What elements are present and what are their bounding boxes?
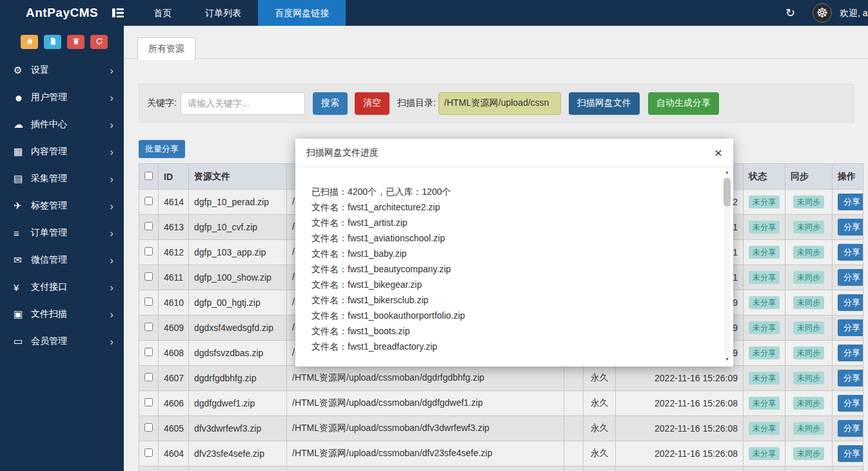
tab-all-resources[interactable]: 所有资源 <box>137 37 195 60</box>
document-icon: ▣ <box>14 308 31 320</box>
row-id: 4608 <box>159 341 189 366</box>
status-badge: 未分享 <box>749 271 780 284</box>
share-button[interactable]: 分享 <box>838 319 863 336</box>
row-valid: 永久 <box>584 366 616 391</box>
batch-share-button[interactable]: 批量分享 <box>139 140 185 158</box>
col-header-sync: 同步 <box>785 164 833 190</box>
menu-toggle-icon[interactable] <box>112 8 124 17</box>
row-checkbox[interactable] <box>144 197 153 205</box>
sync-badge: 未同步 <box>793 271 824 284</box>
share-button[interactable]: 分享 <box>838 395 863 412</box>
row-valid: 永久 <box>584 416 616 441</box>
table-row: 4605 dfv3dwrfewf3.zip /HTML资源网/upload/cs… <box>139 416 863 441</box>
scroll-up-icon[interactable]: ▲ <box>723 168 731 176</box>
row-checkbox[interactable] <box>144 222 153 230</box>
scan-file-line: 文件名：fwst1_bikersclub.zip <box>311 292 705 308</box>
chevron-right-icon: › <box>110 65 113 76</box>
row-checkbox[interactable] <box>144 448 153 457</box>
sidebar-item-tags[interactable]: ✈ 标签管理 › <box>0 192 124 219</box>
list-icon: ≡ <box>14 228 31 239</box>
row-file: dgfp_10_perad.zip <box>189 190 287 215</box>
auto-share-button[interactable]: 自动生成分享 <box>648 92 719 115</box>
sidebar-item-payment[interactable]: ¥ 支付接口 › <box>0 274 124 301</box>
table-row: 4607 dgdrfgdbhfg.zip /HTML资源网/upload/css… <box>139 366 863 391</box>
row-path: /HTML资源网/upload/cssmoban/dfv3dwrfewf3.zi… <box>287 416 564 441</box>
delete-button[interactable] <box>67 35 84 49</box>
select-all-checkbox[interactable] <box>144 172 153 180</box>
row-checkbox[interactable] <box>144 272 153 281</box>
row-id: 4610 <box>159 290 189 316</box>
sync-badge: 未同步 <box>793 372 824 385</box>
share-button[interactable]: 分享 <box>838 294 863 311</box>
share-button[interactable]: 分享 <box>838 370 863 386</box>
row-path: /HTML资源网/upload/cssmoban/dgdfgdwef1.zip <box>287 391 564 416</box>
share-button[interactable]: 分享 <box>838 219 863 235</box>
sidebar-item-content[interactable]: ▦ 内容管理 › <box>0 138 124 165</box>
avatar[interactable]: ☸ <box>813 3 832 23</box>
scroll-down-icon[interactable]: ▼ <box>723 356 731 363</box>
idcard-icon: ▭ <box>14 336 31 347</box>
share-button[interactable]: 分享 <box>838 244 863 261</box>
scan-progress-line: 已扫描：4200个，已入库：1200个 <box>311 184 705 199</box>
share-button[interactable]: 分享 <box>838 445 863 462</box>
row-checkbox[interactable] <box>144 323 153 331</box>
keyword-input[interactable] <box>181 92 305 115</box>
sidebar-item-collect[interactable]: ▤ 采集管理 › <box>0 165 124 192</box>
sidebar-item-wechat[interactable]: ✉ 微信管理 › <box>0 246 124 274</box>
status-badge: 未分享 <box>749 422 780 435</box>
modal-header: 扫描网盘文件进度 × <box>295 139 733 167</box>
share-button[interactable]: 分享 <box>838 345 863 361</box>
home-button[interactable] <box>21 35 38 49</box>
scan-progress-modal: 扫描网盘文件进度 × 已扫描：4200个，已入库：1200个 文件名：fwst1… <box>295 139 733 366</box>
status-badge: 未分享 <box>749 321 780 334</box>
sync-badge: 未同步 <box>793 296 824 309</box>
home-icon <box>26 37 34 47</box>
share-button[interactable]: 分享 <box>838 420 863 437</box>
sidebar-menu: ⚙ 设置 › ☻ 用户管理 › ☁ 插件中心 › ▦ 内容管理 › ▤ 采集管理… <box>0 57 124 355</box>
nav-item-orders[interactable]: 订单列表 <box>188 0 258 26</box>
reload-button[interactable] <box>90 35 108 49</box>
nav-item-baidu-pan[interactable]: 百度网盘链接 <box>258 0 346 26</box>
row-checkbox[interactable] <box>144 398 153 406</box>
modal-scrollbar: ▲ ▼ <box>723 168 731 363</box>
sync-badge: 未同步 <box>793 346 824 359</box>
status-badge: 未分享 <box>749 346 780 359</box>
sidebar-item-members[interactable]: ▭ 会员管理 › <box>0 328 124 355</box>
trash-icon <box>72 37 80 47</box>
share-button[interactable]: 分享 <box>838 269 863 286</box>
yen-icon: ¥ <box>14 282 31 293</box>
sync-badge: 未同步 <box>793 321 824 334</box>
col-header-op: 操作 <box>833 164 863 190</box>
row-checkbox[interactable] <box>144 373 153 381</box>
row-path: /HTML资源网/upload/cssmoban/dgdrfgdbhfg.zip <box>287 366 564 391</box>
status-badge: 未分享 <box>749 195 780 208</box>
scan-file-line: 文件名：fwst1_architecture2.zip <box>311 199 705 215</box>
scan-dir-input[interactable] <box>439 92 561 115</box>
row-file: dgfp_103_app.zip <box>189 240 287 265</box>
row-time: 2022-11-16 15:26:09 <box>616 366 744 391</box>
nav-item-home[interactable]: 首页 <box>137 0 188 26</box>
scrollbar-thumb[interactable] <box>724 178 731 206</box>
sync-badge: 未同步 <box>793 397 824 410</box>
chevron-right-icon: › <box>110 119 113 130</box>
row-checkbox[interactable] <box>144 423 153 432</box>
sidebar-item-users[interactable]: ☻ 用户管理 › <box>0 84 124 111</box>
chevron-right-icon: › <box>110 282 113 293</box>
modal-body: 已扫描：4200个，已入库：1200个 文件名：fwst1_architectu… <box>295 167 733 366</box>
clear-button[interactable]: 清空 <box>355 92 390 115</box>
row-time: 2022-11-16 15:26:08 <box>616 441 744 466</box>
share-button[interactable]: 分享 <box>838 194 863 210</box>
sidebar-item-orders[interactable]: ≡ 订单管理 › <box>0 219 124 246</box>
refresh-icon[interactable]: ↻ <box>785 0 795 26</box>
row-checkbox[interactable] <box>144 297 153 306</box>
sidebar-item-settings[interactable]: ⚙ 设置 › <box>0 57 124 84</box>
file-button[interactable] <box>44 35 61 49</box>
scan-files-button[interactable]: 扫描网盘文件 <box>569 92 640 115</box>
chevron-right-icon: › <box>110 255 113 266</box>
row-checkbox[interactable] <box>144 247 153 256</box>
search-button[interactable]: 搜索 <box>313 92 348 115</box>
close-icon[interactable]: × <box>715 146 722 159</box>
sidebar-item-plugins[interactable]: ☁ 插件中心 › <box>0 111 124 138</box>
sidebar-item-filescan[interactable]: ▣ 文件扫描 › <box>0 301 124 328</box>
row-checkbox[interactable] <box>144 348 153 356</box>
